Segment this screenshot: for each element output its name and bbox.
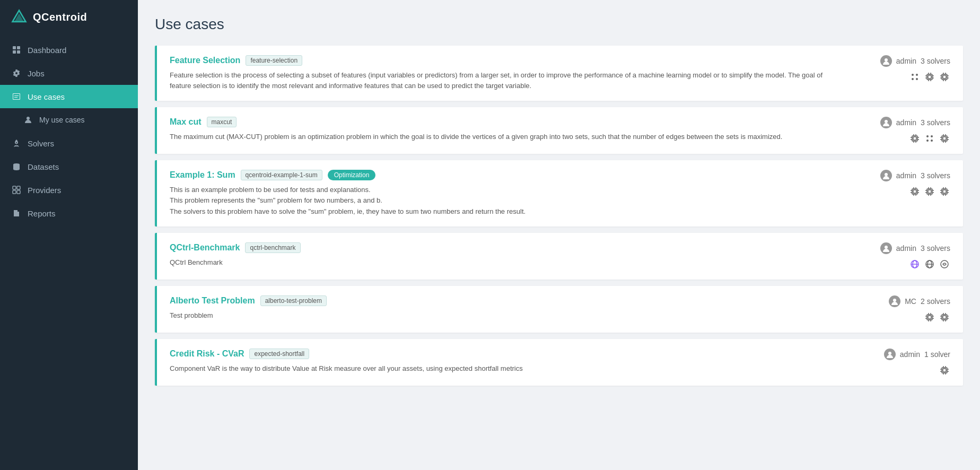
sidebar-item-reports[interactable]: Reports [0, 202, 138, 225]
card-title-row: Max cut maxcut [170, 117, 844, 127]
card-left: Max cut maxcut The maximum cut (MAX-CUT)… [170, 117, 844, 142]
svg-rect-39 [913, 137, 916, 140]
sidebar-item-use-cases[interactable]: Use cases [0, 85, 138, 108]
sidebar-item-label: My use cases [39, 116, 85, 124]
database-icon [12, 162, 21, 171]
person-icon [23, 115, 33, 125]
solver-icon-chip-2[interactable] [924, 186, 935, 197]
card-title[interactable]: Example 1: Sum [170, 170, 235, 180]
card-meta: admin 3 solvers [880, 117, 950, 128]
use-case-card-max-cut: Max cut maxcut The maximum cut (MAX-CUT)… [155, 107, 963, 154]
solver-icons [909, 133, 950, 144]
logo-icon [11, 8, 28, 25]
cases-icon [12, 92, 21, 101]
svg-rect-64 [913, 190, 916, 193]
solver-icon-chip-1[interactable] [909, 186, 921, 197]
doc-icon [12, 208, 21, 218]
card-title[interactable]: Credit Risk - CVaR [170, 349, 244, 359]
sidebar-item-solvers[interactable]: Solvers [0, 132, 138, 155]
solver-icon-globe-2[interactable] [924, 258, 935, 270]
solver-icon-chip-2[interactable] [939, 311, 950, 323]
avatar [880, 55, 892, 67]
sidebar-item-providers[interactable]: Providers [0, 178, 138, 202]
solver-icon-chip[interactable] [924, 71, 935, 83]
svg-point-13 [912, 74, 914, 76]
solver-icon-chip[interactable] [939, 364, 950, 376]
card-title[interactable]: Max cut [170, 117, 202, 127]
use-case-list: Feature Selection feature-selection Feat… [155, 46, 963, 392]
card-title[interactable]: QCtrl-Benchmark [170, 243, 240, 253]
card-right: admin 3 solvers [844, 242, 950, 270]
card-description: The maximum cut (MAX-CUT) problem is an … [170, 132, 844, 142]
svg-rect-18 [928, 75, 931, 79]
solver-icon-dots[interactable] [924, 133, 935, 144]
card-right: admin 3 solvers [844, 170, 950, 197]
svg-rect-103 [928, 316, 931, 319]
solvers-count: 3 solvers [921, 244, 950, 253]
card-description: This is an example problem to be used fo… [170, 185, 844, 216]
solvers-count: 3 solvers [921, 118, 950, 127]
card-meta: admin 3 solvers [880, 55, 950, 67]
sidebar-item-my-use-cases[interactable]: My use cases [0, 108, 138, 132]
svg-rect-11 [17, 190, 20, 194]
svg-rect-8 [13, 186, 16, 189]
sidebar-item-dashboard[interactable]: Dashboard [0, 38, 138, 62]
svg-point-16 [916, 78, 918, 80]
solver-icons [909, 71, 950, 83]
owner-label: admin [900, 350, 920, 359]
solver-icon-chip-2[interactable] [939, 71, 950, 83]
sidebar-item-jobs[interactable]: Jobs [0, 62, 138, 85]
solver-icon-dots[interactable] [909, 71, 921, 83]
card-right: admin 3 solvers [844, 117, 950, 144]
svg-point-62 [885, 173, 888, 176]
solvers-count: 3 solvers [921, 57, 950, 65]
use-case-card-qctrl: QCtrl-Benchmark qctrl-benchmark QCtrl Be… [155, 233, 963, 280]
sidebar-item-datasets[interactable]: Datasets [0, 155, 138, 178]
solver-icon-chip-3[interactable] [939, 186, 950, 197]
svg-point-101 [893, 299, 896, 302]
svg-rect-84 [943, 190, 946, 193]
solver-icons [909, 258, 950, 270]
svg-point-49 [926, 140, 929, 142]
card-description: QCtrl Benchmark [170, 257, 844, 268]
solver-icon-chip[interactable] [909, 133, 921, 144]
svg-point-12 [885, 58, 888, 62]
solver-icon-chip-1[interactable] [924, 311, 935, 323]
card-tag: expected-shortfall [249, 349, 309, 359]
sidebar-item-label: Datasets [28, 162, 59, 171]
solver-icon-circle[interactable] [939, 258, 950, 270]
svg-rect-4 [13, 50, 16, 54]
svg-rect-113 [943, 316, 946, 319]
sidebar-item-label: Jobs [28, 69, 45, 78]
solver-icon-globe-1[interactable] [909, 258, 921, 270]
card-left: QCtrl-Benchmark qctrl-benchmark QCtrl Be… [170, 242, 844, 268]
avatar [880, 242, 892, 254]
card-title-row: Feature Selection feature-selection [170, 55, 844, 66]
svg-point-48 [926, 135, 929, 137]
card-title[interactable]: Feature Selection [170, 56, 240, 65]
svg-marker-1 [14, 13, 24, 22]
sidebar-item-label: Reports [28, 209, 56, 218]
owner-label: admin [896, 171, 916, 180]
card-right: MC 2 solvers [844, 295, 950, 323]
solver-icons [939, 364, 950, 376]
card-title[interactable]: Alberto Test Problem [170, 296, 255, 306]
rocket-icon [12, 138, 21, 148]
avatar [889, 295, 900, 307]
solver-icons [924, 311, 950, 323]
card-description: Feature selection is the process of sele… [170, 70, 844, 91]
card-description: Test probblem [170, 310, 844, 321]
solver-icon-chip-2[interactable] [939, 133, 950, 144]
grid-icon [12, 45, 21, 55]
svg-point-14 [912, 78, 914, 80]
svg-rect-9 [17, 186, 20, 189]
svg-rect-124 [943, 369, 946, 372]
sidebar-navigation: Dashboard Jobs Use cases [0, 34, 138, 225]
owner-label: MC [905, 297, 916, 306]
owner-label: admin [896, 118, 916, 127]
providers-icon [12, 185, 21, 195]
card-meta: admin 3 solvers [880, 242, 950, 254]
card-title-row: Credit Risk - CVaR expected-shortfall [170, 349, 844, 359]
card-left: Feature Selection feature-selection Feat… [170, 55, 844, 91]
use-case-card-credit-risk: Credit Risk - CVaR expected-shortfall Co… [155, 339, 963, 386]
